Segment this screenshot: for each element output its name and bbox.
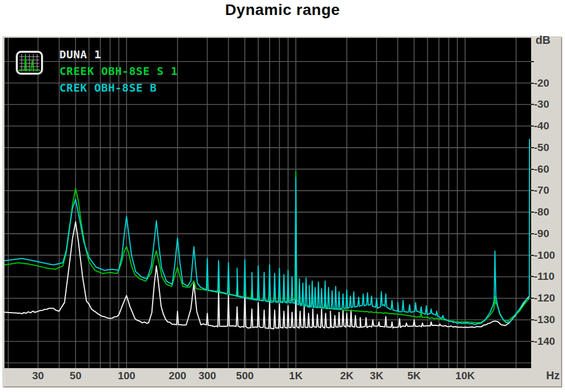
spectrum-icon bbox=[16, 51, 43, 75]
x-tick-label-500: 500 bbox=[236, 370, 254, 382]
y-axis-tick bbox=[531, 147, 534, 148]
x-tick-label-10k: 10K bbox=[456, 370, 475, 382]
page: Dynamic range DUNA 1 CREEK OBH-8SE S 1 C… bbox=[0, 0, 565, 392]
y-axis-tick bbox=[531, 212, 534, 213]
x-tick-label-200: 200 bbox=[169, 370, 186, 382]
legend-item-duna: DUNA 1 bbox=[59, 48, 101, 61]
x-tick-label-100: 100 bbox=[118, 370, 135, 382]
legend-item-crek-b: CREK OBH-8SE B bbox=[59, 81, 157, 94]
x-tick-label-2k: 2K bbox=[340, 370, 354, 382]
y-tick-label-neg80: -80 bbox=[534, 206, 549, 218]
y-tick-label-neg40: -40 bbox=[534, 120, 549, 132]
y-axis-tick bbox=[531, 169, 534, 170]
legend-item-creek-s: CREEK OBH-8SE S 1 bbox=[59, 64, 178, 78]
y-axis-tick bbox=[531, 319, 534, 320]
y-tick-label-neg50: -50 bbox=[534, 142, 549, 154]
y-axis-unit-label: dB bbox=[536, 34, 551, 47]
y-axis-tick bbox=[531, 233, 534, 234]
y-tick-label-neg60: -60 bbox=[534, 163, 549, 175]
y-tick-label-neg90: -90 bbox=[534, 228, 549, 240]
y-tick-label-neg110: -110 bbox=[534, 270, 554, 283]
y-tick-label-neg100: -100 bbox=[534, 249, 555, 262]
y-tick-label-neg130: -130 bbox=[534, 314, 555, 326]
y-axis-tick bbox=[531, 104, 534, 105]
x-tick-label-5k: 5K bbox=[407, 370, 421, 382]
y-axis-tick bbox=[531, 276, 534, 277]
y-tick-label-neg30: -30 bbox=[534, 98, 549, 110]
y-axis-tick bbox=[531, 255, 534, 256]
y-axis-tick bbox=[531, 61, 534, 62]
y-axis-tick bbox=[531, 190, 534, 191]
y-tick-label-neg140: -140 bbox=[534, 335, 555, 348]
x-tick-label-1k: 1K bbox=[289, 370, 302, 382]
x-axis-unit-label: Hz bbox=[546, 369, 559, 382]
y-tick-label-neg20: -20 bbox=[534, 77, 549, 89]
y-axis-tick bbox=[531, 125, 534, 127]
x-tick-label-300: 300 bbox=[199, 370, 216, 382]
x-tick-label-3k: 3K bbox=[370, 370, 383, 382]
y-axis-tick bbox=[531, 298, 534, 299]
y-tick-label-neg120: -120 bbox=[534, 292, 555, 304]
page-title: Dynamic range bbox=[0, 1, 565, 19]
y-tick-label-neg70: -70 bbox=[534, 184, 549, 197]
y-axis-tick bbox=[531, 341, 534, 342]
y-axis-tick bbox=[531, 83, 534, 84]
x-tick-label-50: 50 bbox=[70, 370, 82, 382]
x-tick-label-30: 30 bbox=[32, 370, 44, 382]
